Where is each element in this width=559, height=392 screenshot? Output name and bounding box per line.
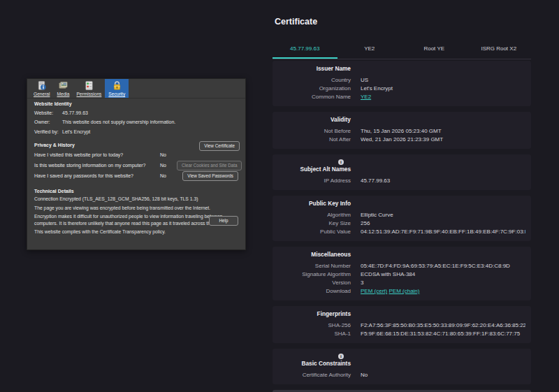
sha1-label: SHA-1 [278,330,351,338]
section-subject-alt-names: i Subject Alt Names IP Address 45.77.99.… [273,154,531,190]
serial-number-label: Serial Number [278,262,351,270]
organization-value: Let's Encrypt [361,85,525,93]
key-size-label: Key Size [278,219,351,228]
key-size-value: 256 [361,219,525,228]
common-name-label: Common Name [278,93,351,101]
passwords-question: Have I saved any passwords for this webs… [34,173,160,178]
website-value: 45.77.99.63 [62,108,238,117]
cert-tab-intermediate[interactable]: YE2 [337,40,402,59]
view-certificate-button[interactable]: View Certificate [199,141,240,151]
signature-algorithm-label: Signature Algorithm [278,270,351,279]
identity-row-owner: Owner: This website does not supply owne… [34,117,238,126]
permissions-list-icon [84,80,94,91]
certificate-authority-label: Certificate Authority [278,371,351,379]
ip-address-label: IP Address [278,177,351,185]
privacy-row-cookies: Is this website storing information on m… [34,160,238,170]
identity-row-website: Website: 45.77.99.63 [34,108,238,117]
visited-answer: No [160,152,177,157]
cert-tab-leaf[interactable]: 45.77.99.63 [273,40,337,59]
version-label: Version [278,279,351,287]
subject-alt-names-heading: Subject Alt Names [278,166,351,173]
basic-constraints-heading: Basic Constraints [278,360,351,368]
certificate-page-title: Certificate [275,17,531,27]
not-before-label: Not Before [278,127,351,136]
page-info-dialog: General Media Permissions [27,78,246,250]
sha256-label: SHA-256 [278,321,351,330]
media-image-icon [58,80,68,91]
identity-row-verified-by: Verified by: Let's Encrypt [34,127,238,136]
owner-value: This website does not supply ownership i… [62,117,238,126]
serial-number-value: 05:4E:7D:F4:FD:9A:69:53:79:A5:EC:1E:F9:5… [361,262,525,270]
fingerprints-heading: Fingerprints [278,310,351,318]
verified-by-value: Let's Encrypt [62,127,238,136]
section-basic-constraints: i Basic Constraints Certificate Authorit… [273,349,531,384]
signature-algorithm-value: ECDSA with SHA-384 [361,270,525,279]
issuer-name-heading: Issuer Name [278,65,351,73]
algorithm-value: Elliptic Curve [361,211,525,219]
common-name-link[interactable]: YE2 [361,94,371,100]
pem-chain-link[interactable]: PEM (chain) [389,288,419,294]
section-public-key-info: Public Key Info Algorithm Elliptic Curve… [273,196,531,241]
technical-details-heading: Technical Details [34,189,238,194]
certificate-viewer: Certificate 45.77.99.63 YE2 Root YE ISRG… [273,0,531,392]
tech-ct-policy-line: This website complies with the Certifica… [34,228,240,235]
tab-general[interactable]: General [30,79,53,98]
section-issuer-name: Issuer Name Country US Organization Let'… [273,61,531,106]
download-label: Download [278,287,351,296]
country-label: Country [278,76,351,85]
cookies-question: Is this website storing information on m… [34,163,160,168]
tab-permissions-label: Permissions [76,92,101,96]
not-after-label: Not After [278,136,351,144]
section-validity: Validity Not Before Thu, 15 Jan 2026 05:… [273,112,531,149]
cert-tab-isrg-root-x2[interactable]: ISRG Root X2 [467,40,532,59]
help-button[interactable]: Help [209,216,238,226]
country-value: US [361,76,525,85]
security-lock-icon [112,80,122,91]
sha1-value: F5:9F:6E:68:15:DE:31:53:82:4C:71:80:65:3… [361,330,525,338]
tab-permissions[interactable]: Permissions [73,79,105,98]
website-identity-heading: Website Identity [34,101,238,106]
not-before-value: Thu, 15 Jan 2026 05:23:40 GMT [361,127,525,136]
privacy-row-visited: Have I visited this website prior to tod… [34,150,238,160]
validity-heading: Validity [278,116,351,124]
public-key-info-heading: Public Key Info [278,200,351,208]
website-label: Website: [34,108,62,117]
public-value-label: Public Value [278,228,351,236]
tab-security-label: Security [108,92,125,96]
public-value-value: 04:12:51:39:AD:7E:F9:71:9B:9F:40:EB:FF:1… [361,228,525,236]
section-miscellaneous: Miscellaneous Serial Number 05:4E:7D:F4:… [273,247,531,300]
general-document-icon [36,80,47,91]
info-icon[interactable]: i [338,159,344,165]
tab-security[interactable]: Security [105,79,129,98]
passwords-answer: No [160,173,177,178]
security-tab-content: Website Identity Website: 45.77.99.63 Ow… [27,99,245,235]
organization-label: Organization [278,85,351,93]
tab-general-label: General [34,92,50,96]
cookies-answer: No [160,163,177,168]
owner-label: Owner: [34,117,62,126]
miscellaneous-heading: Miscellaneous [278,251,351,259]
cert-tab-root[interactable]: Root YE [402,40,467,59]
algorithm-label: Algorithm [278,211,351,219]
certificate-chain-tab-bar: 45.77.99.63 YE2 Root YE ISRG Root X2 [273,40,531,59]
visited-question: Have I visited this website prior to tod… [34,152,160,157]
info-icon[interactable]: i [338,354,344,359]
tech-encrypted-line: The page you are viewing was encrypted b… [34,205,240,212]
pem-cert-link[interactable]: PEM (cert) [361,288,387,294]
ip-address-value: 45.77.99.63 [361,177,525,185]
clear-cookies-button[interactable]: Clear Cookies and Site Data [177,161,242,170]
desktop: { "colors": { "page_bg": "#1b1a21", "car… [0,0,559,392]
verified-by-label: Verified by: [34,127,62,136]
tab-media-label: Media [57,92,69,96]
privacy-row-passwords: Have I saved any passwords for this webs… [34,170,238,181]
technical-details-section: Technical Details Connection Encrypted (… [34,189,238,235]
page-info-tab-bar: General Media Permissions [27,79,245,99]
tech-connection-line: Connection Encrypted (TLS_AES_128_GCM_SH… [34,196,240,203]
not-after-value: Wed, 21 Jan 2026 21:23:39 GMT [361,136,525,144]
certificate-authority-value: No [361,371,525,379]
section-fingerprints: Fingerprints SHA-256 F2:A7:56:3F:85:50:B… [273,306,531,343]
sha256-value: F2:A7:56:3F:85:50:B0:35:E5:50:33:89:09:9… [361,321,525,330]
tab-media[interactable]: Media [53,79,73,98]
version-value: 3 [361,279,525,287]
view-saved-passwords-button[interactable]: View Saved Passwords [182,171,238,181]
